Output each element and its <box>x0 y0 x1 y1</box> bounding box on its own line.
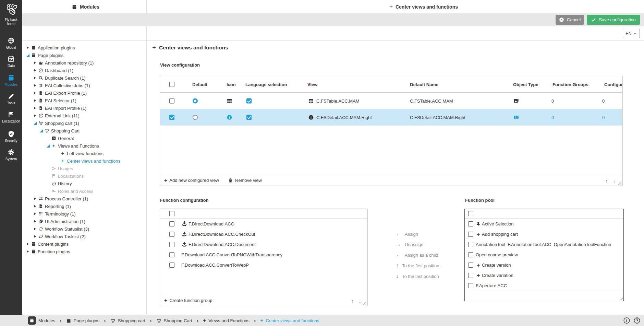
item-checkbox[interactable] <box>468 252 473 257</box>
tree-item-annotation-repository[interactable]: Annotation repository (1) <box>22 59 146 67</box>
view-row-fstable[interactable]: C.FSTable.ACC.MAM C.FSTable.ACC.MAM 0 0 <box>160 93 622 109</box>
tree-item-process-controller[interactable]: Process Controller (1) <box>22 195 146 202</box>
function-pool-item[interactable]: AnnotationTool_F.AnnotationTool.ACC_Open… <box>465 239 623 249</box>
expand-arrow-icon[interactable] <box>33 61 37 65</box>
tree-item-terminology[interactable]: Terminology (1) <box>22 210 146 218</box>
tree-item-eai-export-profile[interactable]: EAI Export Profile (1) <box>22 89 146 97</box>
tree-item-application-plugins[interactable]: Application plugins <box>22 44 146 51</box>
help-circle-icon[interactable] <box>633 317 641 324</box>
function-config-item[interactable]: F.Download.ACC.ConvertToPNGWithTranspare… <box>160 249 367 260</box>
expand-arrow-icon[interactable] <box>26 249 30 254</box>
default-radio[interactable] <box>193 98 198 103</box>
item-checkbox[interactable] <box>169 263 174 268</box>
expand-arrow-icon[interactable] <box>33 219 37 223</box>
assign-as-child-button[interactable]: ←Assign as a child <box>396 252 438 258</box>
language-selection-checkbox[interactable] <box>246 115 252 120</box>
tree-item-left-view-functions[interactable]: +Left view functions <box>22 150 146 157</box>
breadcrumb-modules[interactable]: Modules <box>28 316 55 325</box>
collapse-arrow-icon[interactable] <box>26 53 30 57</box>
tree-item-history[interactable]: History <box>22 180 146 187</box>
tree-item-external-link[interactable]: External Link (11) <box>22 112 146 119</box>
expand-arrow-icon[interactable] <box>33 91 37 95</box>
function-config-item[interactable]: F.Download.ACC.ConvertToWebP <box>160 260 367 270</box>
to-last-position-button[interactable]: ↓To the last position <box>396 273 439 280</box>
tree-item-eai-selector[interactable]: EAI Selector (1) <box>22 97 146 104</box>
collapse-arrow-icon[interactable] <box>46 144 50 148</box>
sidebar-item-global[interactable]: Global <box>0 37 22 50</box>
unassign-button[interactable]: →Unassign <box>396 241 423 248</box>
function-config-item[interactable]: F.DirectDownload.ACC.CheckOut <box>160 229 367 239</box>
expand-arrow-icon[interactable] <box>33 76 37 80</box>
tree-item-center-views-and-functions[interactable]: +Center views and functions <box>22 157 146 165</box>
tree-item-workflow-statuslist[interactable]: Workflow Statuslist (3) <box>22 225 146 233</box>
collapse-arrow-icon[interactable] <box>33 121 37 125</box>
info-circle-icon[interactable] <box>623 317 630 324</box>
item-checkbox[interactable] <box>169 221 174 226</box>
item-checkbox[interactable] <box>169 242 174 247</box>
tree-item-eai-collective-jobs[interactable]: EAI Collective Jobs (1) <box>22 82 146 89</box>
breadcrumb-views-and-functions[interactable]: + Views and Functions <box>203 318 249 323</box>
item-checkbox[interactable] <box>468 221 473 226</box>
expand-arrow-icon[interactable] <box>33 68 37 72</box>
tree-item-localizations[interactable]: Localizations <box>22 172 146 180</box>
tree-item-reporting[interactable]: Reporting (1) <box>22 202 146 210</box>
sidebar-item-data[interactable]: Data <box>0 55 22 68</box>
expand-arrow-icon[interactable] <box>33 227 37 231</box>
item-checkbox[interactable] <box>468 232 473 237</box>
function-config-item[interactable]: F.DirectDownload.ACC <box>160 219 367 229</box>
tree-item-usages[interactable]: Usages <box>22 165 146 172</box>
tab-modules[interactable]: Modules <box>72 0 99 13</box>
sidebar-item-security[interactable]: Security <box>0 130 22 143</box>
tree-item-eai-import-profile[interactable]: EAI Import Profile (1) <box>22 104 146 112</box>
move-up-button[interactable]: ↑ <box>351 298 354 303</box>
view-row-fsdetail-selected[interactable]: C.FSDetail.ACC.MAM.Right C.FSDetail.ACC.… <box>160 109 622 126</box>
row-checkbox[interactable] <box>169 115 174 120</box>
function-pool-item[interactable]: +Add shopping cart <box>465 229 623 239</box>
function-pool-item[interactable]: Active Selection <box>465 219 623 229</box>
expand-arrow-icon[interactable] <box>33 204 37 208</box>
tree-item-page-plugins[interactable]: Page plugins <box>22 51 146 59</box>
cancel-button[interactable]: Cancel <box>556 15 584 25</box>
move-up-button[interactable]: ↑ <box>606 177 608 183</box>
tree-item-dashboard[interactable]: Dashboard (1) <box>22 67 146 74</box>
expand-arrow-icon[interactable] <box>33 98 37 103</box>
default-radio[interactable] <box>193 115 198 120</box>
sidebar-item-modules[interactable]: Modules <box>0 74 22 87</box>
function-pool-item[interactable]: +Create version <box>465 260 623 270</box>
breadcrumb-page-plugins[interactable]: Page plugins <box>66 318 99 323</box>
tree-item-workflow-tasklist[interactable]: Workflow Tasklist (2) <box>22 233 146 240</box>
expand-arrow-icon[interactable] <box>33 106 37 110</box>
add-new-configured-view-button[interactable]: + Add new configured view <box>164 178 219 183</box>
expand-arrow-icon[interactable] <box>26 242 30 246</box>
expand-arrow-icon[interactable] <box>26 46 30 50</box>
breadcrumb-shopping-cart-group[interactable]: Shopping cart <box>110 318 145 323</box>
function-pool-item[interactable]: +Create variation <box>465 270 623 280</box>
tree-item-function-plugins[interactable]: Function plugins <box>22 248 146 255</box>
collapse-arrow-icon[interactable] <box>39 129 43 133</box>
language-selection-checkbox[interactable] <box>246 98 252 103</box>
expand-arrow-icon[interactable] <box>33 197 37 201</box>
expand-arrow-icon[interactable] <box>33 212 37 216</box>
tree-item-shopping-cart[interactable]: Shopping Cart <box>22 127 146 135</box>
item-checkbox[interactable] <box>169 232 174 237</box>
move-down-button[interactable]: ↓ <box>613 177 616 183</box>
row-checkbox[interactable] <box>169 98 174 103</box>
breadcrumb-shopping-cart[interactable]: Shopping Cart <box>156 318 192 323</box>
expand-arrow-icon[interactable] <box>33 83 37 88</box>
function-config-item[interactable]: F.DirectDownload.ACC.Document <box>160 239 367 249</box>
item-checkbox[interactable] <box>468 263 473 268</box>
move-down-button[interactable]: ↓ <box>359 298 362 303</box>
breadcrumb-center-views-and-functions[interactable]: + Center views and functions <box>260 318 319 323</box>
expand-arrow-icon[interactable] <box>33 234 37 238</box>
language-select[interactable]: EN <box>623 29 640 38</box>
tree-item-shopping-cart-group[interactable]: Shopping cart (1) <box>22 119 146 127</box>
item-checkbox[interactable] <box>468 242 473 247</box>
tree-item-content-plugins[interactable]: Content plugins <box>22 240 146 248</box>
function-pool-item[interactable]: F.Aperture.ACC <box>465 280 623 291</box>
select-all-checkbox[interactable] <box>468 211 473 216</box>
select-all-checkbox[interactable] <box>169 82 174 87</box>
item-checkbox[interactable] <box>468 273 473 278</box>
tree-item-roles-and-access[interactable]: Roles and Access <box>22 187 146 195</box>
item-checkbox[interactable] <box>468 283 473 288</box>
function-pool-item[interactable]: Open coarse preview <box>465 249 623 260</box>
